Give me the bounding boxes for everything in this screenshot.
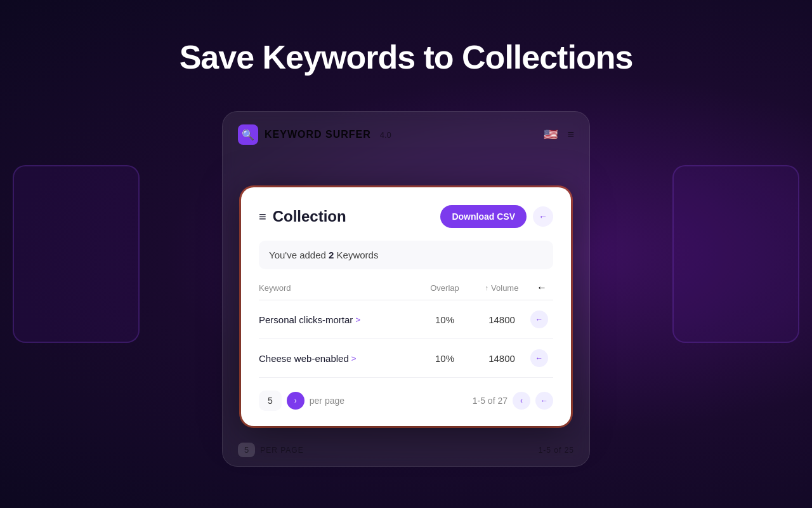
overlap-cell-0: 10%	[416, 314, 473, 325]
ks-app-name: KEYWORD SURFER	[265, 129, 371, 140]
bg-pagination-range: 1-5 of 25	[539, 446, 574, 455]
sort-icon[interactable]: ↑	[485, 284, 489, 291]
volume-cell-0: 14800	[473, 314, 530, 325]
table-row: Personal clicks-mortar > 10% 14800 ←	[259, 300, 553, 339]
table-row: Cheese web-enabled > 10% 14800 ←	[259, 339, 553, 378]
col-header-overlap: Overlap	[416, 283, 473, 293]
row-action-1: ←	[530, 349, 553, 367]
row-action-0: ←	[530, 311, 553, 328]
per-page-label: per page	[310, 396, 344, 406]
left-side-panel	[13, 165, 140, 343]
collection-card: ≡ Collection Download CSV ← You've added…	[241, 187, 571, 426]
ks-version: 4.0	[380, 130, 391, 140]
col-header-keyword: Keyword	[259, 283, 416, 293]
card-header: ≡ Collection Download CSV ←	[259, 205, 553, 228]
back-button[interactable]: ←	[533, 206, 553, 227]
pagination: 5 › per page 1-5 of 27 ‹ ←	[259, 391, 553, 411]
pagination-next-button[interactable]: ←	[535, 392, 553, 410]
per-page-next-button[interactable]: ›	[287, 392, 304, 410]
keyword-chevron-1[interactable]: >	[351, 354, 357, 363]
right-side-panel	[672, 165, 799, 343]
bg-per-page-label: PER PAGE	[260, 446, 303, 455]
download-csv-button[interactable]: Download CSV	[440, 205, 527, 228]
pagination-range: 1-5 of 27 ‹ ←	[473, 392, 553, 410]
remove-button-0[interactable]: ←	[530, 311, 548, 328]
keywords-notice: You've added 2 Keywords	[259, 241, 553, 269]
col-header-volume: ↑ Volume	[473, 283, 530, 293]
remove-button-1[interactable]: ←	[530, 349, 548, 367]
keyword-chevron-0[interactable]: >	[355, 315, 360, 324]
menu-icon[interactable]: ≡	[567, 128, 574, 142]
col-header-action: ←	[530, 282, 553, 293]
keyword-cell-1: Cheese web-enabled >	[259, 353, 416, 364]
overlap-cell-1: 10%	[416, 353, 473, 364]
bg-pagination-bar: 5 PER PAGE 1-5 of 25	[223, 434, 589, 466]
collection-icon: ≡	[259, 210, 266, 224]
bg-per-page-num: 5	[238, 443, 255, 457]
volume-cell-1: 14800	[473, 353, 530, 364]
table-header: Keyword Overlap ↑ Volume ←	[259, 282, 553, 300]
pagination-prev-button[interactable]: ‹	[513, 392, 530, 410]
keyword-cell-0: Personal clicks-mortar >	[259, 314, 416, 325]
collection-title: Collection	[273, 208, 441, 225]
page-title: Save Keywords to Collections	[0, 38, 812, 76]
per-page-value: 5	[259, 391, 282, 411]
ks-logo-icon: 🔍	[238, 124, 258, 145]
country-flag-icon[interactable]: 🇺🇸	[542, 126, 560, 144]
